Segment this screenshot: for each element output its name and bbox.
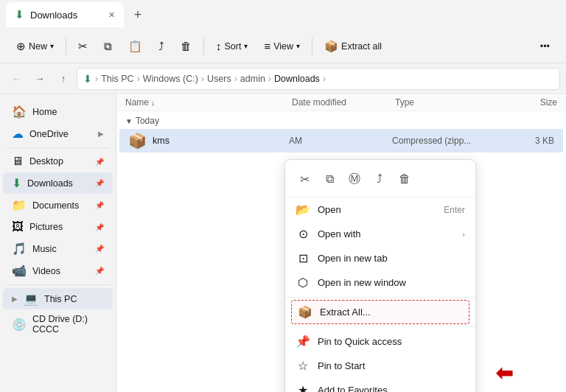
section-today: ▼ Today [116, 111, 566, 129]
ctx-delete-button[interactable]: 🗑 [393, 167, 416, 191]
tab-downloads-icon: ⬇ [15, 8, 24, 21]
sidebar-item-videos[interactable]: 📹 Videos 📌 [3, 260, 113, 281]
forward-button[interactable]: → [29, 69, 50, 89]
table-row[interactable]: 📦 kms AM Compressed (zipp... 3 KB [119, 129, 563, 153]
view-icon: ≡ [264, 40, 270, 52]
col-type-header[interactable]: Type [395, 97, 498, 108]
col-date-header[interactable]: Date modified [292, 97, 395, 108]
copy-button[interactable]: ⧉ [97, 36, 119, 57]
ctx-extract-item[interactable]: 📦 Extract All... [291, 300, 469, 324]
file-icon-kms: 📦 [128, 132, 147, 150]
thispc-expand-icon: ▶ [12, 295, 18, 303]
file-size-kms: 3 KB [495, 136, 554, 146]
back-button[interactable]: ← [6, 69, 27, 89]
new-tab-button[interactable]: + [127, 4, 149, 26]
ctx-favorites-item[interactable]: ★ Add to Favorites [285, 378, 475, 392]
sidebar-divider-1 [6, 147, 110, 148]
ctx-open-item[interactable]: 📂 Open Enter [285, 197, 475, 222]
thispc-icon: 💻 [24, 292, 38, 306]
sort-button[interactable]: ↕ Sort ▾ [209, 36, 255, 56]
ctx-open-with-arrow: › [462, 230, 465, 239]
ctx-pin-start-icon: ☆ [296, 359, 310, 373]
up-button[interactable]: ↑ [53, 69, 74, 89]
breadcrumb[interactable]: ⬇ › This PC › Windows (C:) › Users › adm… [77, 68, 560, 90]
ctx-favorites-icon: ★ [296, 383, 310, 392]
ctx-open-new-window-item[interactable]: ⬡ Open in new window [285, 270, 475, 295]
delete-icon: 🗑 [181, 40, 192, 52]
sidebar-divider-2 [6, 284, 110, 285]
home-icon: 🏠 [12, 105, 27, 119]
red-arrow-indicator: ➡ [496, 361, 513, 385]
ctx-pin-start-item[interactable]: ☆ Pin to Start [285, 354, 475, 378]
breadcrumb-users[interactable]: Users [207, 74, 231, 84]
sidebar-label-home: Home [32, 107, 104, 117]
more-icon: ••• [540, 41, 550, 52]
sidebar-item-onedrive[interactable]: ☁ OneDrive ▶ [3, 123, 113, 144]
sidebar-item-this-pc[interactable]: ▶ 💻 This PC [3, 288, 113, 309]
toolbar: ⊕ New ▾ ✂ ⧉ 📋 ⤴ 🗑 ↕ Sort ▾ ≡ View ▾ 📦 Ex… [0, 29, 566, 63]
context-menu: ✂ ⧉ Ⓜ ⤴ 🗑 📂 Open Enter ⊙ Open with › ⊡ O… [284, 159, 476, 392]
sidebar-item-home[interactable]: 🏠 Home [3, 101, 113, 122]
delete-button[interactable]: 🗑 [173, 36, 199, 56]
tab-downloads-label: Downloads [30, 10, 77, 21]
pin-icon-pictures: 📌 [95, 223, 104, 231]
sidebar-item-cddrive[interactable]: 💿 CD Drive (D:) CCCC [3, 310, 113, 338]
copy-icon: ⧉ [104, 40, 112, 53]
cut-button[interactable]: ✂ [71, 36, 95, 57]
ctx-new-tab-icon: ⊡ [296, 251, 310, 265]
title-bar: ⬇ Downloads ✕ + [0, 0, 566, 29]
pin-icon-downloads: 📌 [95, 179, 104, 187]
breadcrumb-this-pc[interactable]: This PC [101, 74, 133, 84]
sidebar-item-desktop[interactable]: 🖥 Desktop 📌 [3, 151, 113, 172]
ctx-open-with-item[interactable]: ⊙ Open with › [285, 222, 475, 246]
view-button[interactable]: ≡ View ▾ [256, 36, 307, 56]
pictures-icon: 🖼 [12, 220, 24, 234]
extract-icon: 📦 [324, 40, 338, 53]
sidebar-item-music[interactable]: 🎵 Music 📌 [3, 238, 113, 259]
ctx-pin-start-label: Pin to Start [318, 360, 465, 371]
ctx-rename-button[interactable]: Ⓜ [343, 167, 366, 191]
sidebar-item-pictures[interactable]: 🖼 Pictures 📌 [3, 217, 113, 237]
new-button[interactable]: ⊕ New ▾ [9, 36, 61, 57]
breadcrumb-sep-2: › [201, 74, 204, 84]
ctx-new-window-label: Open in new window [318, 277, 465, 288]
paste-button[interactable]: 📋 [121, 36, 150, 57]
col-size-header[interactable]: Size [498, 97, 557, 108]
ctx-open-new-tab-item[interactable]: ⊡ Open in new tab [285, 246, 475, 270]
view-dropdown-icon: ▾ [296, 42, 300, 50]
pin-icon-videos: 📌 [95, 267, 104, 275]
ctx-pin-quick-label: Pin to Quick access [318, 336, 465, 347]
column-headers: Name ↓ Date modified Type Size [116, 94, 566, 111]
col-name-header[interactable]: Name ↓ [125, 97, 292, 108]
section-arrow: ▼ [125, 117, 133, 125]
view-label: View [273, 41, 293, 52]
sidebar-label-onedrive: OneDrive [29, 129, 92, 139]
content-area: Name ↓ Date modified Type Size ▼ Today 📦… [116, 94, 566, 392]
ctx-open-label: Open [318, 204, 436, 215]
sidebar-item-downloads[interactable]: ⬇ Downloads 📌 [3, 172, 113, 194]
tab-downloads[interactable]: ⬇ Downloads ✕ [6, 2, 124, 27]
sidebar-item-documents[interactable]: 📁 Documents 📌 [3, 195, 113, 216]
share-button[interactable]: ⤴ [151, 36, 172, 56]
new-dropdown-icon: ▾ [50, 42, 54, 50]
tab-close-button[interactable]: ✕ [108, 10, 115, 20]
extract-label: Extract all [341, 41, 382, 52]
ctx-extract-icon: 📦 [298, 305, 312, 319]
sort-label: Sort [225, 41, 242, 52]
breadcrumb-admin[interactable]: admin [240, 74, 265, 84]
more-button[interactable]: ••• [533, 38, 557, 55]
music-icon: 🎵 [12, 242, 27, 256]
breadcrumb-windows[interactable]: Windows (C:) [143, 74, 198, 84]
ctx-copy-button[interactable]: ⧉ [318, 167, 341, 191]
videos-icon: 📹 [12, 264, 27, 278]
breadcrumb-nav-icon: ⬇ [83, 73, 92, 85]
ctx-open-with-icon: ⊙ [296, 227, 310, 241]
ctx-pin-quick-item[interactable]: 📌 Pin to Quick access [285, 329, 475, 354]
extract-all-button[interactable]: 📦 Extract all [317, 36, 389, 57]
cut-icon: ✂ [78, 40, 88, 53]
desktop-icon: 🖥 [12, 155, 24, 168]
breadcrumb-downloads[interactable]: Downloads [274, 74, 320, 84]
ctx-cut-button[interactable]: ✂ [293, 167, 316, 191]
ctx-share-button[interactable]: ⤴ [368, 167, 391, 191]
ctx-separator-1 [285, 297, 475, 298]
